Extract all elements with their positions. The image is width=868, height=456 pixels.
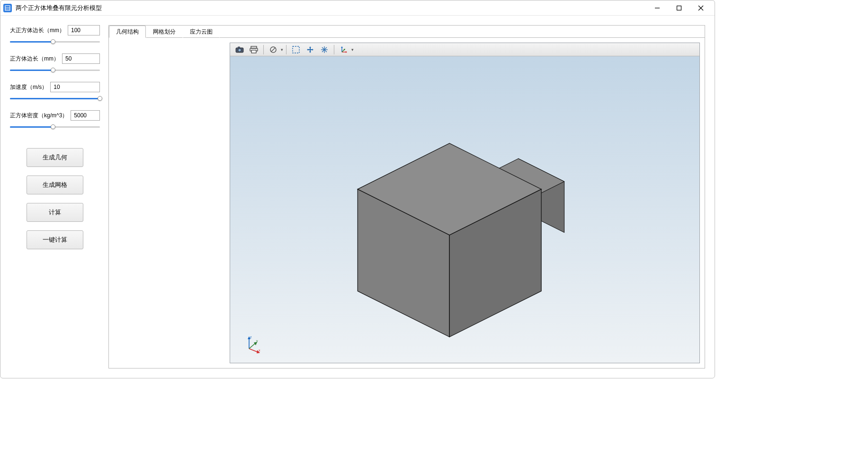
- fit-icon[interactable]: [318, 44, 331, 55]
- tab-geometry[interactable]: 几何结构: [109, 26, 146, 38]
- tab-stress[interactable]: 应力云图: [183, 26, 220, 38]
- accel-input[interactable]: [50, 82, 100, 92]
- svg-rect-12: [251, 50, 256, 53]
- reset-icon[interactable]: [267, 44, 280, 55]
- accel-slider[interactable]: [10, 95, 100, 102]
- zoom-box-icon[interactable]: [289, 44, 303, 55]
- density-input[interactable]: [71, 110, 100, 121]
- titlebar: 两个正方体堆叠有限元分析模型: [0, 0, 715, 16]
- generate-mesh-button[interactable]: 生成网格: [27, 175, 83, 194]
- param-label: 正方体密度（kg/m^3）: [10, 112, 68, 120]
- orient-icon[interactable]: [337, 44, 350, 55]
- param-cube: 正方体边长（mm）: [10, 53, 100, 73]
- param-accel: 加速度（m/s）: [10, 82, 100, 102]
- orientation-triad: z x y: [244, 334, 263, 353]
- main-panel: 几何结构 网格划分 应力云图: [108, 25, 705, 368]
- chevron-down-icon[interactable]: ▾: [281, 47, 283, 52]
- svg-rect-8: [238, 46, 240, 48]
- window-title: 两个正方体堆叠有限元分析模型: [16, 4, 102, 12]
- svg-text:y: y: [256, 339, 258, 343]
- pan-icon[interactable]: [304, 44, 317, 55]
- svg-marker-23: [346, 51, 347, 53]
- svg-rect-4: [677, 6, 681, 10]
- cube-input[interactable]: [62, 53, 100, 64]
- cube-slider[interactable]: [10, 67, 100, 73]
- sidebar: 大正方体边长（mm） 正方体边长（mm） 加速度（m/s）: [10, 25, 100, 368]
- param-label: 正方体边长（mm）: [10, 55, 59, 63]
- maximize-button[interactable]: [668, 1, 690, 15]
- chevron-down-icon[interactable]: ▾: [351, 47, 354, 52]
- density-slider[interactable]: [10, 123, 100, 130]
- generate-geometry-button[interactable]: 生成几何: [27, 148, 83, 167]
- compute-button[interactable]: 计算: [27, 203, 83, 222]
- svg-marker-21: [341, 46, 343, 48]
- big-cube-slider[interactable]: [10, 38, 100, 45]
- print-icon[interactable]: [247, 44, 260, 55]
- svg-point-9: [238, 48, 241, 51]
- close-button[interactable]: [690, 1, 712, 15]
- camera-icon[interactable]: [233, 44, 246, 55]
- param-density: 正方体密度（kg/m^3）: [10, 110, 100, 130]
- action-buttons: 生成几何 生成网格 计算 一键计算: [10, 148, 100, 249]
- viewport-canvas[interactable]: z x y: [230, 56, 699, 363]
- big-cube-input[interactable]: [68, 25, 100, 35]
- tab-mesh[interactable]: 网格划分: [146, 26, 183, 38]
- viewport-toolbar: ▾: [230, 43, 699, 56]
- svg-text:z: z: [250, 335, 252, 339]
- viewport-3d[interactable]: ▾: [230, 43, 700, 363]
- tab-bar: 几何结构 网格划分 应力云图: [109, 26, 705, 38]
- svg-line-14: [271, 48, 275, 52]
- svg-rect-15: [293, 46, 299, 53]
- svg-text:x: x: [259, 349, 260, 352]
- app-window: 两个正方体堆叠有限元分析模型 大正方体边长（mm）: [0, 0, 715, 378]
- param-label: 大正方体边长（mm）: [10, 26, 65, 35]
- one-click-compute-button[interactable]: 一键计算: [27, 230, 83, 249]
- param-label: 加速度（m/s）: [10, 83, 47, 91]
- svg-rect-0: [5, 6, 10, 10]
- geometry-render: [230, 56, 699, 363]
- app-icon: [3, 4, 12, 12]
- param-big-cube: 大正方体边长（mm）: [10, 25, 100, 45]
- minimize-button[interactable]: [646, 1, 668, 15]
